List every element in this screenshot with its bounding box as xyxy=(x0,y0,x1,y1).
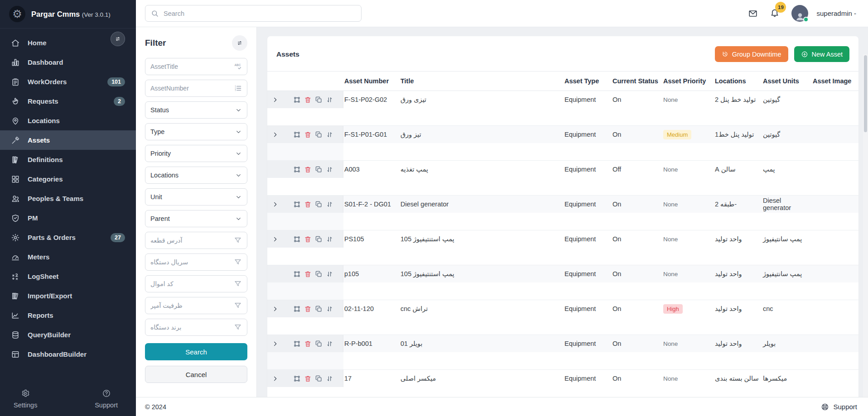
sidebar-item-assets[interactable]: Assets xyxy=(0,130,136,150)
column-header-title[interactable]: Title xyxy=(400,72,564,91)
scrollbar-thumb[interactable] xyxy=(864,55,867,132)
filter-select-status[interactable]: Status xyxy=(145,101,247,119)
copy-icon[interactable] xyxy=(314,130,323,139)
sort-arrows-icon[interactable] xyxy=(325,235,334,244)
sidebar-item-meters[interactable]: Meters xyxy=(0,247,136,267)
delete-icon[interactable] xyxy=(304,339,312,348)
expand-chevron-icon[interactable] xyxy=(271,130,280,139)
new-asset-button[interactable]: New Asset xyxy=(794,46,850,62)
expand-chevron-icon[interactable] xyxy=(271,96,280,104)
filter-select-priority[interactable]: Priority xyxy=(145,145,247,162)
copy-icon[interactable] xyxy=(314,200,323,209)
sort-arrows-icon[interactable] xyxy=(325,165,334,174)
group-select-icon[interactable] xyxy=(293,200,301,209)
copy-icon[interactable] xyxy=(314,374,323,383)
column-header-asset-units[interactable]: Asset Units xyxy=(762,72,812,91)
sidebar-footer-settings[interactable]: Settings xyxy=(14,389,37,409)
delete-icon[interactable] xyxy=(304,270,312,278)
sort-arrows-icon[interactable] xyxy=(325,200,334,209)
delete-icon[interactable] xyxy=(304,200,312,209)
copy-icon[interactable] xyxy=(314,305,323,313)
sidebar-item-definitions[interactable]: Definitions xyxy=(0,150,136,169)
column-header-asset-type[interactable]: Asset Type xyxy=(564,72,612,91)
avatar[interactable] xyxy=(791,5,808,22)
delete-icon[interactable] xyxy=(304,96,312,104)
sidebar-item-querybuilder[interactable]: QueryBuilder xyxy=(0,325,136,344)
expand-chevron-icon[interactable] xyxy=(271,339,280,348)
expand-chevron-icon[interactable] xyxy=(271,200,280,209)
column-header-current-status[interactable]: Current Status xyxy=(612,72,662,91)
notifications-button[interactable]: 19 xyxy=(770,8,780,19)
filter-search-button[interactable]: Search xyxy=(145,343,247,360)
column-header-locations[interactable]: Locations xyxy=(714,72,762,91)
group-select-icon[interactable] xyxy=(293,305,301,313)
filter-select-unit[interactable]: Unit xyxy=(145,188,247,206)
sidebar-item-logsheet[interactable]: LogSheet xyxy=(0,267,136,286)
filter-cancel-button[interactable]: Cancel xyxy=(145,366,247,383)
sidebar-item-categories[interactable]: Categories xyxy=(0,169,136,189)
sidebar-item-locations[interactable]: Locations xyxy=(0,111,136,130)
add-circle-icon[interactable] xyxy=(282,339,290,348)
mail-icon[interactable] xyxy=(748,9,758,19)
sidebar-item-pm[interactable]: PM xyxy=(0,208,136,228)
sidebar-item-dashboard[interactable]: Dashboard xyxy=(0,53,136,72)
sidebar-item-workorders[interactable]: WorkOrders101 xyxy=(0,72,136,91)
delete-icon[interactable] xyxy=(304,165,312,174)
add-circle-icon[interactable] xyxy=(282,235,290,244)
filter-input-[interactable] xyxy=(150,258,230,266)
copy-icon[interactable] xyxy=(314,339,323,348)
group-select-icon[interactable] xyxy=(293,270,301,278)
group-select-icon[interactable] xyxy=(293,374,301,383)
filter-input-[interactable] xyxy=(150,280,230,287)
add-circle-icon[interactable] xyxy=(282,96,290,104)
sidebar-item-dashboardbuilder[interactable]: DashboardBuilder xyxy=(0,344,136,364)
footer-support-link[interactable]: Support xyxy=(821,403,857,411)
copy-icon[interactable] xyxy=(314,165,323,174)
copy-icon[interactable] xyxy=(314,270,323,278)
username[interactable]: superadmin - xyxy=(816,10,856,17)
add-circle-icon[interactable] xyxy=(282,270,290,278)
filter-toggle-button[interactable] xyxy=(232,35,247,51)
sort-arrows-icon[interactable] xyxy=(325,96,334,104)
group-select-icon[interactable] xyxy=(293,96,301,104)
sort-arrows-icon[interactable] xyxy=(325,339,334,348)
expand-chevron-icon[interactable] xyxy=(271,235,280,244)
sidebar-item-parts-orders[interactable]: Parts & Orders27 xyxy=(0,228,136,247)
filter-input-assettitle[interactable] xyxy=(150,63,230,70)
sidebar-item-peoples-teams[interactable]: Peoples & Teams xyxy=(0,189,136,208)
add-circle-icon[interactable] xyxy=(282,130,290,139)
sidebar-item-requests[interactable]: Requests2 xyxy=(0,91,136,111)
add-circle-icon[interactable] xyxy=(282,305,290,313)
group-select-icon[interactable] xyxy=(293,165,301,174)
filter-input-[interactable] xyxy=(150,302,230,309)
expand-chevron-icon[interactable] xyxy=(271,305,280,313)
vertical-scrollbar[interactable] xyxy=(863,54,868,397)
delete-icon[interactable] xyxy=(304,374,312,383)
sort-arrows-icon[interactable] xyxy=(325,374,334,383)
add-circle-icon[interactable] xyxy=(282,374,290,383)
group-select-icon[interactable] xyxy=(293,130,301,139)
group-downtime-button[interactable]: Group Downtime xyxy=(715,46,788,62)
sidebar-item-reports[interactable]: Reports xyxy=(0,306,136,325)
sidebar-footer-support[interactable]: Support xyxy=(95,389,118,409)
column-header-asset-number[interactable]: Asset Number xyxy=(343,72,400,91)
sidebar-item-import-export[interactable]: Import/Export xyxy=(0,286,136,306)
column-header-asset-priority[interactable]: Asset Priority xyxy=(662,72,714,91)
column-header-asset-image[interactable]: Asset Image xyxy=(812,72,858,91)
filter-select-locations[interactable]: Locations xyxy=(145,167,247,184)
search-input[interactable] xyxy=(164,10,356,17)
add-circle-icon[interactable] xyxy=(282,165,290,174)
filter-input-[interactable] xyxy=(150,237,230,244)
filter-input-assetnumber[interactable] xyxy=(150,85,230,92)
add-circle-icon[interactable] xyxy=(282,200,290,209)
sort-arrows-icon[interactable] xyxy=(325,130,334,139)
copy-icon[interactable] xyxy=(314,235,323,244)
sort-arrows-icon[interactable] xyxy=(325,305,334,313)
sidebar-collapse-button[interactable] xyxy=(111,32,125,46)
filter-select-type[interactable]: Type xyxy=(145,123,247,140)
delete-icon[interactable] xyxy=(304,130,312,139)
copy-icon[interactable] xyxy=(314,96,323,104)
filter-input-[interactable] xyxy=(150,324,230,331)
group-select-icon[interactable] xyxy=(293,339,301,348)
delete-icon[interactable] xyxy=(304,305,312,313)
